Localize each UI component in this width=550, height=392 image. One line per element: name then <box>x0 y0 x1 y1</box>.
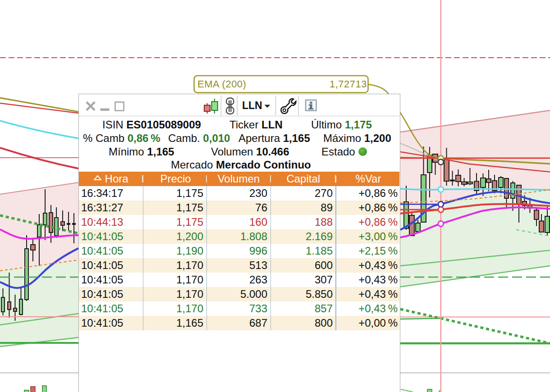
svg-text:LLN: LLN <box>242 100 262 111</box>
svg-text:EMA (200): EMA (200) <box>197 78 246 90</box>
svg-text:1,72713: 1,72713 <box>330 78 367 90</box>
